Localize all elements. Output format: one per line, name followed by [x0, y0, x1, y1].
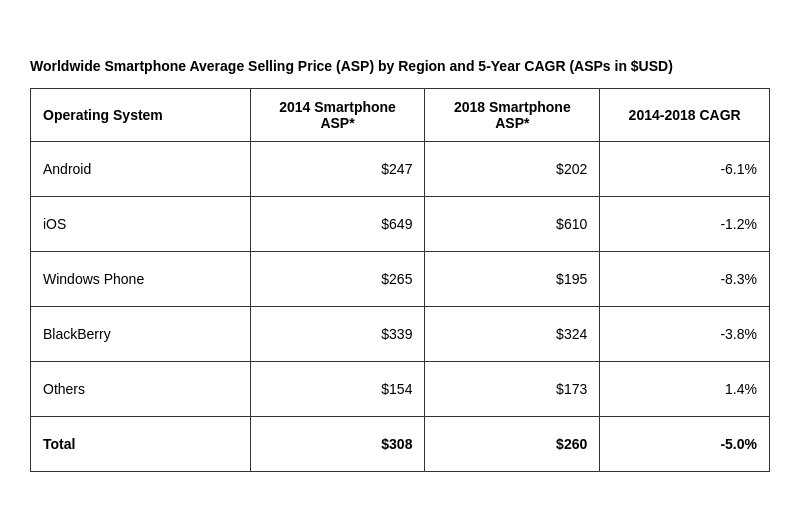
cell-asp2018: $202	[425, 142, 600, 197]
cell-cagr: -6.1%	[600, 142, 770, 197]
cell-asp2014: $154	[250, 362, 425, 417]
table-row: Windows Phone$265$195-8.3%	[31, 252, 770, 307]
cell-os: BlackBerry	[31, 307, 251, 362]
cell-os: Total	[31, 417, 251, 472]
cell-os: iOS	[31, 197, 251, 252]
cell-cagr: 1.4%	[600, 362, 770, 417]
cell-asp2014: $308	[250, 417, 425, 472]
cell-asp2014: $265	[250, 252, 425, 307]
cell-asp2018: $195	[425, 252, 600, 307]
table-row: Others$154$1731.4%	[31, 362, 770, 417]
cell-cagr: -3.8%	[600, 307, 770, 362]
cell-asp2014: $339	[250, 307, 425, 362]
header-os: Operating System	[31, 89, 251, 142]
header-2018: 2018 Smartphone ASP*	[425, 89, 600, 142]
cell-os: Others	[31, 362, 251, 417]
table-row: iOS$649$610-1.2%	[31, 197, 770, 252]
cell-os: Windows Phone	[31, 252, 251, 307]
cell-cagr: -8.3%	[600, 252, 770, 307]
main-container: Worldwide Smartphone Average Selling Pri…	[30, 57, 770, 473]
table-row: Total$308$260-5.0%	[31, 417, 770, 472]
table-row: Android$247$202-6.1%	[31, 142, 770, 197]
header-cagr: 2014-2018 CAGR	[600, 89, 770, 142]
header-2014: 2014 Smartphone ASP*	[250, 89, 425, 142]
cell-asp2018: $173	[425, 362, 600, 417]
cell-asp2018: $260	[425, 417, 600, 472]
cell-asp2014: $247	[250, 142, 425, 197]
data-table: Operating System 2014 Smartphone ASP* 20…	[30, 88, 770, 472]
chart-title: Worldwide Smartphone Average Selling Pri…	[30, 57, 770, 77]
cell-asp2018: $610	[425, 197, 600, 252]
cell-cagr: -5.0%	[600, 417, 770, 472]
cell-cagr: -1.2%	[600, 197, 770, 252]
cell-asp2018: $324	[425, 307, 600, 362]
table-row: BlackBerry$339$324-3.8%	[31, 307, 770, 362]
cell-asp2014: $649	[250, 197, 425, 252]
cell-os: Android	[31, 142, 251, 197]
